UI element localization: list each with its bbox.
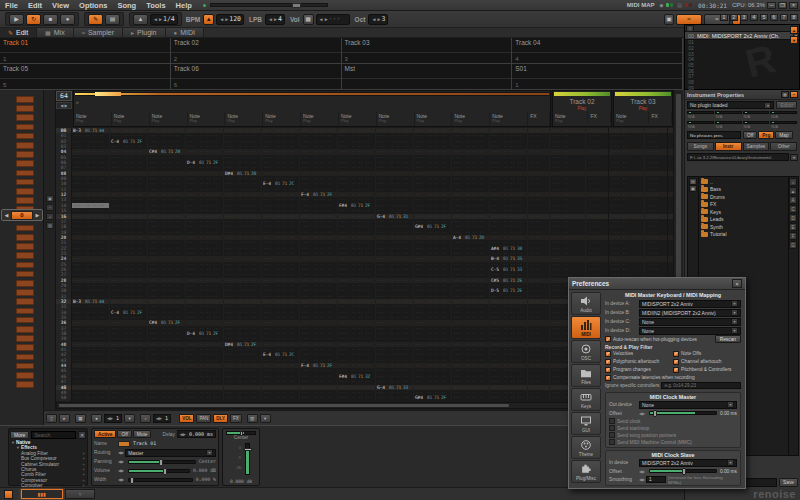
scope-track-01[interactable]: Track 011 [0, 38, 171, 64]
panning-slider[interactable] [128, 460, 196, 464]
file-item[interactable]: Leads [699, 216, 788, 224]
device-dropdown[interactable]: MIDIIN2 (MIDISPORT 2x2 Anniv)▾ [639, 309, 741, 317]
collapse-icon[interactable]: « [76, 99, 79, 105]
note-column-header[interactable]: NotePlay [614, 112, 649, 123]
sequencer-pattern-block[interactable] [16, 142, 34, 149]
track-scopes-button[interactable]: ≈ [676, 14, 702, 25]
preferences-close-icon[interactable]: × [732, 279, 742, 288]
lpb-stepper[interactable]: ◀▶4 [265, 14, 285, 25]
record-button[interactable]: ● [60, 14, 75, 25]
track-name-value[interactable]: Track 01 [133, 441, 156, 446]
prefs-tab-audio[interactable]: Audio [571, 292, 601, 315]
note-cell[interactable]: ---······ [110, 395, 148, 400]
post-fader[interactable] [245, 443, 250, 475]
prefs-tab-theme[interactable]: Theme [571, 436, 601, 459]
sequencer-pattern-block[interactable] [16, 335, 34, 342]
edit-mode-button[interactable]: ✎ [88, 14, 103, 25]
edit-step-stepper[interactable]: ◀▶ 1 [104, 414, 122, 423]
filter-checkbox[interactable]: ✓ [605, 351, 611, 357]
automation-tab[interactable]: ≈ [65, 489, 95, 499]
note-cell[interactable]: ---······ [300, 395, 338, 400]
toggle-vol[interactable]: VOL [179, 414, 194, 423]
drive-f-button[interactable]: F [789, 232, 797, 240]
out-device-dropdown[interactable]: None▾ [639, 401, 737, 409]
sequencer-pattern-block[interactable] [16, 252, 34, 259]
oct-stepper[interactable]: ◀▶3 [368, 14, 388, 25]
side-track-header[interactable]: Track 03PlayNotePlayFX [613, 90, 673, 127]
side-track-header[interactable]: Track 02PlayNotePlayFX [552, 90, 612, 127]
fx-cell[interactable]: ···· [528, 395, 550, 400]
dsp-settings-icon[interactable]: ✕ [78, 431, 86, 439]
track-off-button[interactable]: Off [117, 430, 131, 438]
disk-tab-instr[interactable]: Instr [715, 142, 742, 151]
vol-stepper[interactable]: ◀▶··· [316, 14, 350, 25]
block-loop-icon[interactable]: ▦ [75, 414, 86, 423]
width-slider[interactable] [128, 478, 193, 482]
sequencer-current-pattern[interactable]: ◀ 0 ▶ [1, 209, 43, 221]
sequencer-pattern-block[interactable] [16, 243, 34, 250]
panel-pin-icon[interactable]: ▪ [790, 91, 798, 98]
rescan-button[interactable]: Rescan [715, 335, 741, 343]
drive-a-button[interactable]: A [789, 196, 797, 204]
macro-slider[interactable]: N/A [715, 111, 742, 119]
macro-slider[interactable]: N/A [770, 111, 797, 119]
note-cell[interactable]: ---······ [148, 395, 186, 400]
track-dsps-tab[interactable]: ▮▮▮ [21, 489, 63, 499]
plugin-dropdown[interactable]: No plugin loaded▾ [687, 101, 774, 109]
sequencer-pattern-block[interactable] [16, 289, 34, 296]
sequencer-pattern-block[interactable] [16, 151, 34, 158]
note-cell[interactable]: ---······ [376, 395, 414, 400]
more-button[interactable]: More [10, 431, 29, 439]
preset-button-7[interactable]: 7 [780, 14, 788, 21]
master-offset-slider[interactable] [649, 411, 717, 415]
sequencer-pattern-block[interactable] [16, 280, 34, 287]
note-cell[interactable]: ---······ [186, 395, 224, 400]
menu-options[interactable]: Options [74, 1, 112, 10]
prefs-tab-osc[interactable]: OSC [571, 340, 601, 363]
instrument-scroll-down-icon[interactable]: ▼ [790, 36, 798, 44]
tab-plugin[interactable]: ▸Plugin [123, 28, 165, 37]
sequencer-pattern-block[interactable] [16, 354, 34, 361]
toggle-fx[interactable]: FX [230, 414, 242, 423]
macro-slider[interactable]: N/A [770, 121, 797, 129]
prefs-tab-midi[interactable]: MIDI [571, 316, 601, 339]
track-mute-button[interactable]: Mute [133, 430, 152, 438]
column-options-icon[interactable]: ▥ [247, 414, 258, 423]
computer-keyboard-button[interactable]: ▤ [105, 14, 120, 25]
sequencer-pattern-block[interactable] [16, 179, 34, 186]
toggle-dly[interactable]: DLY [213, 414, 228, 423]
scope-mst[interactable]: Mst [342, 64, 513, 90]
sequencer-pattern-block[interactable] [16, 234, 34, 241]
macro-slider[interactable]: N/A [687, 121, 714, 129]
note-column-header[interactable]: NotePlay [452, 112, 490, 126]
sequencer-pattern-block[interactable] [16, 225, 34, 232]
phrase-prg-button[interactable]: Prg [758, 131, 774, 139]
slave-offset-slider[interactable] [649, 469, 717, 473]
send-checkbox[interactable] [609, 432, 615, 438]
drive-g-button[interactable]: G [789, 241, 797, 249]
block-minus-icon[interactable]: − [46, 204, 54, 211]
prefs-tab-plug-misc[interactable]: Plug/Misc [571, 460, 601, 483]
file-item[interactable]: FX [699, 201, 788, 209]
note-cell[interactable]: ---······ [338, 395, 376, 400]
sequencer-pattern-block[interactable] [16, 262, 34, 269]
note-column-header[interactable]: NotePlay [74, 112, 112, 126]
preset-button-6[interactable]: 6 [770, 14, 778, 21]
send-checkbox[interactable] [609, 418, 615, 424]
sequencer-pattern-block[interactable] [16, 96, 34, 103]
phrase-off-button[interactable]: Off [743, 131, 757, 139]
note-column-header[interactable]: NotePlay [553, 112, 588, 123]
in-device-dropdown[interactable]: MIDISPORT 2x2 Anniv▾ [639, 459, 737, 467]
delay-stepper[interactable]: ◀▶ 0.000 ms [177, 430, 216, 438]
slider-thumb[interactable] [292, 3, 301, 8]
note-column-header[interactable]: NotePlay [150, 112, 188, 126]
panel-toggle-button[interactable] [4, 490, 13, 499]
device-dropdown[interactable]: MIDISPORT 2x2 Anniv▾ [639, 300, 741, 308]
edit-step-icon[interactable]: ● [91, 414, 102, 423]
up-icon[interactable]: ▲ [789, 187, 797, 195]
sequencer-pattern-block[interactable] [16, 160, 34, 167]
note-column-header[interactable]: NotePlay [225, 112, 263, 126]
filter-checkbox[interactable]: ✓ [673, 359, 679, 365]
routing-dropdown[interactable]: Master▾ [125, 449, 216, 457]
ignore-controllers-input[interactable]: e.g. 0x14,29,23 [661, 382, 741, 389]
